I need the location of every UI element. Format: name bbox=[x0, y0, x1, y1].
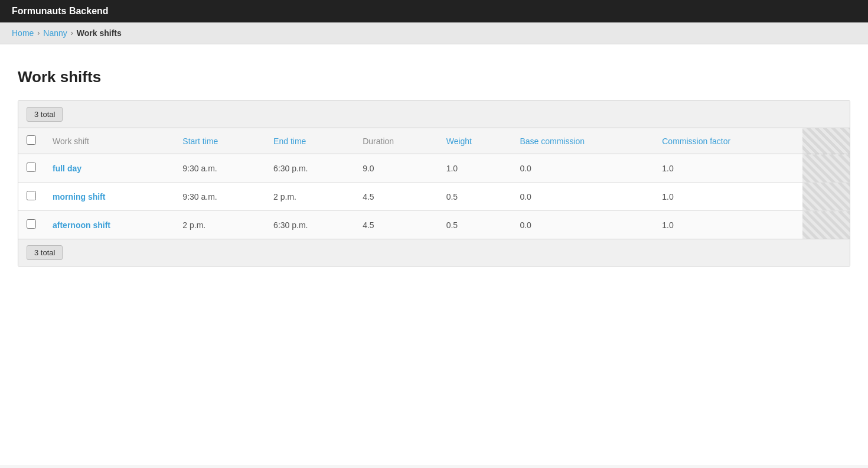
shift-link[interactable]: afternoon shift bbox=[53, 220, 110, 230]
row-start-time: 9:30 a.m. bbox=[174, 154, 265, 183]
total-badge-top: 3 total bbox=[27, 107, 63, 122]
row-checkbox[interactable] bbox=[27, 219, 36, 229]
topbar: Formunauts Backend bbox=[0, 0, 868, 22]
col-commission-factor[interactable]: Commission factor bbox=[654, 128, 802, 154]
breadcrumb-sep-2: › bbox=[71, 29, 73, 37]
row-checkbox[interactable] bbox=[27, 162, 36, 172]
row-duration: 4.5 bbox=[354, 211, 438, 239]
row-start-time: 9:30 a.m. bbox=[174, 183, 265, 211]
shift-link[interactable]: full day bbox=[53, 164, 81, 173]
row-start-time: 2 p.m. bbox=[174, 211, 265, 239]
table-header-row: Work shift Start time End time Duration … bbox=[18, 128, 850, 154]
table-body: full day 9:30 a.m. 6:30 p.m. 9.0 1.0 0.0… bbox=[18, 154, 850, 239]
row-end-time: 6:30 p.m. bbox=[265, 154, 354, 183]
col-duration: Duration bbox=[354, 128, 438, 154]
col-end-time[interactable]: End time bbox=[265, 128, 354, 154]
row-shift-name[interactable]: morning shift bbox=[44, 183, 174, 211]
row-checkbox-cell[interactable] bbox=[18, 154, 44, 183]
row-base-commission: 0.0 bbox=[511, 211, 654, 239]
row-shift-name[interactable]: full day bbox=[44, 154, 174, 183]
row-weight: 0.5 bbox=[438, 211, 512, 239]
table-row: morning shift 9:30 a.m. 2 p.m. 4.5 0.5 0… bbox=[18, 183, 850, 211]
breadcrumb-sep-1: › bbox=[37, 29, 40, 37]
select-all-header[interactable] bbox=[18, 128, 44, 154]
row-base-commission: 0.0 bbox=[511, 183, 654, 211]
app-title: Formunauts Backend bbox=[12, 6, 109, 16]
row-weight: 1.0 bbox=[438, 154, 512, 183]
table-header-bar: 3 total bbox=[18, 101, 850, 128]
row-end-time: 2 p.m. bbox=[265, 183, 354, 211]
col-base-commission[interactable]: Base commission bbox=[511, 128, 654, 154]
row-commission-factor: 1.0 bbox=[654, 183, 802, 211]
row-base-commission: 0.0 bbox=[511, 154, 654, 183]
breadcrumb: Home › Nanny › Work shifts bbox=[0, 22, 868, 44]
breadcrumb-current: Work shifts bbox=[77, 28, 122, 38]
row-duration: 9.0 bbox=[354, 154, 438, 183]
select-all-checkbox[interactable] bbox=[27, 135, 36, 145]
col-actions bbox=[802, 128, 850, 154]
table-footer-bar: 3 total bbox=[18, 239, 850, 266]
col-start-time[interactable]: Start time bbox=[174, 128, 265, 154]
row-action-col bbox=[802, 183, 850, 211]
breadcrumb-home[interactable]: Home bbox=[12, 28, 34, 38]
col-weight[interactable]: Weight bbox=[438, 128, 512, 154]
table-row: full day 9:30 a.m. 6:30 p.m. 9.0 1.0 0.0… bbox=[18, 154, 850, 183]
breadcrumb-nanny[interactable]: Nanny bbox=[43, 28, 67, 38]
row-commission-factor: 1.0 bbox=[654, 211, 802, 239]
work-shifts-table-container: 3 total Work shift Start time End time D… bbox=[18, 100, 850, 266]
row-end-time: 6:30 p.m. bbox=[265, 211, 354, 239]
total-badge-bottom: 3 total bbox=[27, 245, 63, 260]
row-weight: 0.5 bbox=[438, 183, 512, 211]
row-checkbox-cell[interactable] bbox=[18, 183, 44, 211]
row-checkbox-cell[interactable] bbox=[18, 211, 44, 239]
row-action-col bbox=[802, 211, 850, 239]
main-content: Work shifts 3 total Work shift Start tim… bbox=[0, 44, 868, 465]
col-work-shift: Work shift bbox=[44, 128, 174, 154]
row-commission-factor: 1.0 bbox=[654, 154, 802, 183]
table-row: afternoon shift 2 p.m. 6:30 p.m. 4.5 0.5… bbox=[18, 211, 850, 239]
work-shifts-table: Work shift Start time End time Duration … bbox=[18, 128, 850, 239]
shift-link[interactable]: morning shift bbox=[53, 192, 105, 202]
row-action-col bbox=[802, 154, 850, 183]
row-shift-name[interactable]: afternoon shift bbox=[44, 211, 174, 239]
page-title: Work shifts bbox=[18, 68, 850, 86]
row-checkbox[interactable] bbox=[27, 191, 36, 200]
row-duration: 4.5 bbox=[354, 183, 438, 211]
